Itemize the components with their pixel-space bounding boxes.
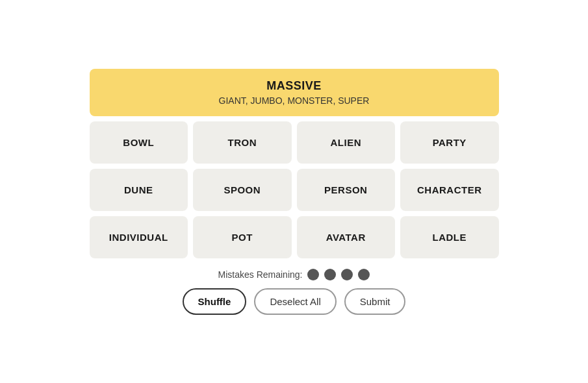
word-text-individual: INDIVIDUAL bbox=[109, 232, 168, 243]
word-card-character[interactable]: CHARACTER bbox=[400, 169, 499, 211]
actions-row: Shuffle Deselect All Submit bbox=[183, 288, 406, 315]
word-card-pot[interactable]: POT bbox=[193, 216, 292, 258]
word-text-alien: ALIEN bbox=[331, 137, 362, 148]
word-card-party[interactable]: PARTY bbox=[400, 121, 499, 164]
word-text-bowl: BOWL bbox=[123, 137, 154, 148]
solved-row: MASSIVE GIANT, JUMBO, MONSTER, SUPER bbox=[90, 69, 499, 116]
word-text-spoon: SPOON bbox=[224, 184, 261, 195]
submit-button[interactable]: Submit bbox=[344, 288, 406, 315]
word-text-character: CHARACTER bbox=[417, 184, 482, 195]
word-card-dune[interactable]: DUNE bbox=[90, 169, 188, 211]
word-text-person: PERSON bbox=[324, 184, 367, 195]
word-card-individual[interactable]: INDIVIDUAL bbox=[90, 216, 188, 258]
word-text-pot: POT bbox=[232, 232, 253, 243]
word-card-tron[interactable]: TRON bbox=[193, 121, 292, 164]
mistake-dot-3 bbox=[341, 269, 353, 280]
word-text-party: PARTY bbox=[433, 137, 467, 148]
game-container: MASSIVE GIANT, JUMBO, MONSTER, SUPER BOW… bbox=[90, 69, 499, 315]
mistake-dot-4 bbox=[358, 269, 370, 280]
word-card-avatar[interactable]: AVATAR bbox=[297, 216, 396, 258]
word-card-alien[interactable]: ALIEN bbox=[297, 121, 396, 164]
category-words: GIANT, JUMBO, MONSTER, SUPER bbox=[103, 95, 486, 106]
word-card-bowl[interactable]: BOWL bbox=[90, 121, 188, 164]
shuffle-button[interactable]: Shuffle bbox=[183, 288, 247, 315]
word-text-dune: DUNE bbox=[124, 184, 153, 195]
word-card-person[interactable]: PERSON bbox=[297, 169, 396, 211]
word-text-ladle: LADLE bbox=[433, 232, 467, 243]
word-card-spoon[interactable]: SPOON bbox=[193, 169, 292, 211]
word-grid: BOWLTRONALIENPARTYDUNESPOONPERSONCHARACT… bbox=[90, 121, 499, 258]
category-title: MASSIVE bbox=[103, 79, 486, 93]
deselect-all-button[interactable]: Deselect All bbox=[254, 288, 336, 315]
word-text-tron: TRON bbox=[228, 137, 257, 148]
mistake-dot-2 bbox=[324, 269, 336, 280]
word-card-ladle[interactable]: LADLE bbox=[400, 216, 499, 258]
mistake-dot-1 bbox=[307, 269, 319, 280]
mistakes-label: Mistakes Remaining: bbox=[218, 269, 303, 280]
mistakes-row: Mistakes Remaining: bbox=[218, 269, 370, 280]
word-text-avatar: AVATAR bbox=[326, 232, 366, 243]
